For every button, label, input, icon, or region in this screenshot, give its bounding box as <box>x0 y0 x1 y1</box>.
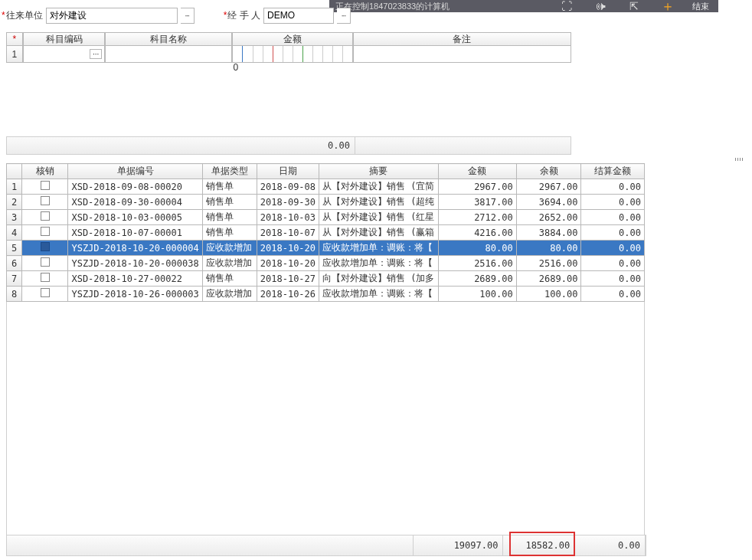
hx-checkbox-cell[interactable] <box>22 225 68 241</box>
subject-name-header[interactable]: 科目名称 <box>105 32 232 46</box>
balance-cell: 2967.00 <box>516 179 581 195</box>
table-row[interactable]: 3XSD-2018-10-03-00005销售单2018-10-03从【对外建设… <box>7 210 645 225</box>
handler-input[interactable] <box>263 8 334 24</box>
docno-cell[interactable]: XSD-2018-09-30-00004 <box>68 195 202 210</box>
detail-table: 核销 单据编号 单据类型 日期 摘要 金额 余额 结算金额 1XSD-2018-… <box>6 163 645 302</box>
doctype-cell: 销售单 <box>202 179 257 195</box>
subject-amount-cell[interactable]: 0 <box>232 46 352 63</box>
balance-cell: 3884.00 <box>516 225 581 241</box>
party-lookup-button[interactable]: ··· <box>181 8 195 24</box>
checkbox-icon[interactable] <box>41 288 50 297</box>
doctype-cell: 应收款增加 <box>202 241 257 256</box>
date-cell: 2018-09-08 <box>257 179 319 195</box>
date-cell: 2018-10-20 <box>257 256 319 271</box>
date-cell: 2018-10-03 <box>257 210 319 225</box>
subject-lookup-icon[interactable]: ··· <box>90 49 102 59</box>
hx-header[interactable]: 核销 <box>22 164 68 179</box>
table-row[interactable]: 7XSD-2018-10-27-00022销售单2018-10-27向【对外建设… <box>7 271 645 287</box>
settle-cell[interactable]: 0.00 <box>581 210 645 225</box>
table-row[interactable]: 6YSZJD-2018-10-20-000038应收款增加2018-10-20应… <box>7 256 645 271</box>
doctype-cell: 销售单 <box>202 195 257 210</box>
hx-checkbox-cell[interactable] <box>22 179 68 195</box>
filter-form: *往来单位 ··· *经 手 人 ··· <box>0 6 752 25</box>
hx-checkbox-cell[interactable] <box>22 210 68 225</box>
row-index: 8 <box>7 287 22 302</box>
balance-cell: 2652.00 <box>516 210 581 225</box>
row-index: 2 <box>7 195 22 210</box>
hx-checkbox-cell[interactable] <box>22 287 68 302</box>
settle-header[interactable]: 结算金额 <box>581 164 645 179</box>
settle-cell[interactable]: 0.00 <box>581 225 645 241</box>
checkbox-icon[interactable] <box>41 242 50 251</box>
settle-cell[interactable]: 0.00 <box>581 287 645 302</box>
subject-name-cell[interactable] <box>105 46 232 63</box>
docno-cell[interactable]: YSZJD-2018-10-26-000003 <box>68 287 202 302</box>
row-index: 4 <box>7 225 22 241</box>
amount-cell: 2516.00 <box>438 256 516 271</box>
date-header[interactable]: 日期 <box>257 164 319 179</box>
balance-cell: 100.00 <box>516 287 581 302</box>
subject-remark-header[interactable]: 备注 <box>353 32 571 46</box>
hx-checkbox-cell[interactable] <box>22 195 68 210</box>
doctype-cell: 应收款增加 <box>202 287 257 302</box>
hx-checkbox-cell[interactable] <box>22 241 68 256</box>
row-num-header <box>7 164 22 179</box>
digest-cell: 从【对外建设】销售 (宜简 <box>319 179 438 195</box>
checkbox-icon[interactable] <box>41 257 50 267</box>
digest-header[interactable]: 摘要 <box>319 164 438 179</box>
date-cell: 2018-10-26 <box>257 287 319 302</box>
date-cell: 2018-10-07 <box>257 225 319 241</box>
subject-grid-footer: 0.00 <box>6 136 571 155</box>
table-row[interactable]: 2XSD-2018-09-30-00004销售单2018-09-30从【对外建设… <box>7 195 645 210</box>
handler-lookup-button[interactable]: ··· <box>337 8 351 24</box>
doctype-cell: 应收款增加 <box>202 256 257 271</box>
balance-cell: 80.00 <box>516 241 581 256</box>
digest-cell: 向【对外建设】销售 (加多 <box>319 271 438 287</box>
splitter-handle[interactable] <box>6 157 746 162</box>
docno-cell[interactable]: YSZJD-2018-10-20-000004 <box>68 241 202 256</box>
row-index: 5 <box>7 241 22 256</box>
detail-grid-empty-area[interactable] <box>6 302 645 549</box>
checkbox-icon[interactable] <box>41 273 50 282</box>
digest-cell: 应收款增加单：调账：将【 <box>319 256 438 271</box>
docno-cell[interactable]: YSZJD-2018-10-20-000038 <box>68 256 202 271</box>
checkbox-icon[interactable] <box>41 227 50 236</box>
balance-header[interactable]: 余额 <box>516 164 581 179</box>
doctype-header[interactable]: 单据类型 <box>202 164 257 179</box>
amount-cell: 2712.00 <box>438 210 516 225</box>
docno-cell[interactable]: XSD-2018-10-07-00001 <box>68 225 202 241</box>
table-row[interactable]: 8YSZJD-2018-10-26-000003应收款增加2018-10-26应… <box>7 287 645 302</box>
docno-cell[interactable]: XSD-2018-10-03-00005 <box>68 210 202 225</box>
hx-checkbox-cell[interactable] <box>22 256 68 271</box>
settle-cell[interactable]: 0.00 <box>581 195 645 210</box>
subject-row-index: 1 <box>6 46 23 63</box>
docno-cell[interactable]: XSD-2018-10-27-00022 <box>68 271 202 287</box>
table-row[interactable]: 1XSD-2018-09-08-00020销售单2018-09-08从【对外建设… <box>7 179 645 195</box>
subject-row[interactable]: 1 ··· 0 <box>6 46 571 63</box>
subject-code-cell[interactable]: ··· <box>23 46 105 63</box>
doctype-cell: 销售单 <box>202 225 257 241</box>
handler-label: *经 手 人 <box>224 9 260 22</box>
subject-remark-cell[interactable] <box>353 46 571 63</box>
checkbox-icon[interactable] <box>41 181 50 190</box>
party-input[interactable] <box>46 8 178 24</box>
settle-cell[interactable]: 0.00 <box>581 241 645 256</box>
amount-header[interactable]: 金额 <box>438 164 516 179</box>
settle-cell[interactable]: 0.00 <box>581 271 645 287</box>
table-row[interactable]: 5YSZJD-2018-10-20-000004应收款增加2018-10-20应… <box>7 241 645 256</box>
amount-cell: 2967.00 <box>438 179 516 195</box>
total-settle: 0.00 <box>575 535 646 555</box>
table-row[interactable]: 4XSD-2018-10-07-00001销售单2018-10-07从【对外建设… <box>7 225 645 241</box>
hx-checkbox-cell[interactable] <box>22 271 68 287</box>
subject-total-amount: 0.00 <box>234 137 355 154</box>
settle-cell[interactable]: 0.00 <box>581 179 645 195</box>
checkbox-icon[interactable] <box>41 211 50 221</box>
subject-amount-header[interactable]: 金额 <box>232 32 352 46</box>
docno-header[interactable]: 单据编号 <box>68 164 202 179</box>
subject-code-header[interactable]: 科目编码 <box>23 32 105 46</box>
row-index: 6 <box>7 256 22 271</box>
checkbox-icon[interactable] <box>41 196 50 205</box>
settle-cell[interactable]: 0.00 <box>581 256 645 271</box>
date-cell: 2018-10-27 <box>257 271 319 287</box>
docno-cell[interactable]: XSD-2018-09-08-00020 <box>68 179 202 195</box>
